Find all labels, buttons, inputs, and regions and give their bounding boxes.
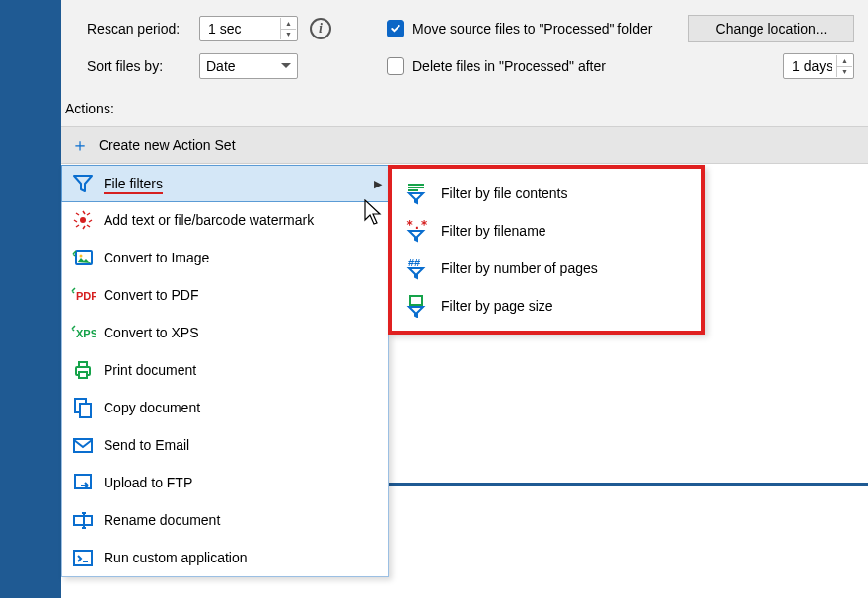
actions-heading: Actions: <box>61 101 114 116</box>
menu-item-watermark[interactable]: Add text or file/barcode watermark <box>62 201 388 239</box>
svg-text:##: ## <box>408 257 420 268</box>
menu-label: Rename document <box>104 512 388 528</box>
svg-text:XPS: XPS <box>76 328 96 339</box>
left-sidebar <box>0 0 61 598</box>
svg-rect-7 <box>79 372 87 378</box>
svg-rect-9 <box>80 404 91 417</box>
move-label: Move source files to "Processed" folder <box>412 21 652 37</box>
delete-label: Delete files in "Processed" after <box>412 58 606 74</box>
menu-item-custom-app[interactable]: Run custom application <box>62 539 388 576</box>
menu-label: Filter by file contents <box>441 186 701 201</box>
image-icon <box>62 246 104 269</box>
email-icon <box>62 433 104 457</box>
menu-item-convert-image[interactable]: Convert to Image <box>62 239 388 276</box>
sort-combo[interactable]: Date <box>199 53 298 79</box>
file-filters-submenu: Filter by file contents *.* Filter by fi… <box>388 165 705 335</box>
svg-rect-6 <box>79 362 87 367</box>
watermark-icon <box>62 208 104 232</box>
svg-point-0 <box>80 217 86 223</box>
menu-label: Send to Email <box>104 437 388 453</box>
filter-filename-icon: *.* <box>392 219 441 243</box>
spinner-down-icon[interactable]: ▼ <box>837 67 852 78</box>
upload-icon <box>62 471 104 494</box>
menu-item-print[interactable]: Print document <box>62 351 388 389</box>
svg-text:PDF: PDF <box>76 290 96 302</box>
pdf-icon: PDF <box>62 285 104 305</box>
menu-item-email[interactable]: Send to Email <box>62 426 388 464</box>
menu-label: Convert to PDF <box>104 287 388 303</box>
submenu-arrow-icon: ▶ <box>368 178 388 190</box>
menu-item-convert-xps[interactable]: XPS Convert to XPS <box>62 314 388 351</box>
menu-label: Print document <box>104 362 388 378</box>
chevron-down-icon <box>281 63 291 69</box>
submenu-item-contents[interactable]: Filter by file contents <box>392 175 701 212</box>
menu-item-rename[interactable]: Rename document <box>62 501 388 539</box>
info-icon[interactable]: i <box>310 18 331 39</box>
spinner-up-icon[interactable]: ▲ <box>837 55 852 67</box>
menu-label: Filter by number of pages <box>441 261 701 276</box>
menu-label: Add text or file/barcode watermark <box>104 212 388 228</box>
settings-panel: Rescan period: ▲ ▼ i Move source files t… <box>61 0 868 127</box>
svg-point-2 <box>80 255 83 258</box>
filter-size-icon <box>392 294 441 318</box>
menu-item-file-filters[interactable]: File filters ▶ <box>61 165 389 202</box>
rescan-label: Rescan period: <box>87 21 191 37</box>
menu-item-copy[interactable]: Copy document <box>62 389 388 426</box>
move-checkbox[interactable] <box>387 20 404 37</box>
terminal-icon <box>62 546 104 569</box>
sort-value: Date <box>206 58 236 74</box>
rescan-spinner[interactable]: ▲ ▼ <box>199 16 298 41</box>
spinner-buttons[interactable]: ▲ ▼ <box>280 18 296 39</box>
menu-label: Convert to XPS <box>104 325 388 340</box>
sort-label: Sort files by: <box>87 58 191 74</box>
spinner-down-icon[interactable]: ▼ <box>281 30 296 40</box>
submenu-item-pages[interactable]: ## Filter by number of pages <box>392 250 701 287</box>
filter-contents-icon <box>392 182 441 205</box>
days-spinner-buttons[interactable]: ▲ ▼ <box>836 55 852 77</box>
menu-label: Copy document <box>104 400 388 415</box>
create-action-set-button[interactable]: Create new Action Set <box>99 137 236 153</box>
filter-icon <box>62 172 104 195</box>
plus-icon[interactable]: ＋ <box>71 136 89 154</box>
svg-rect-16 <box>410 296 422 305</box>
menu-label: Upload to FTP <box>104 475 388 490</box>
actions-menu: File filters ▶ Add text or file/barcode … <box>61 165 389 577</box>
delete-checkbox[interactable] <box>387 57 404 75</box>
svg-rect-13 <box>74 551 92 565</box>
copy-icon <box>62 396 104 419</box>
menu-item-convert-pdf[interactable]: PDF Convert to PDF <box>62 276 388 314</box>
days-input[interactable] <box>790 57 833 75</box>
submenu-item-page-size[interactable]: Filter by page size <box>392 287 701 325</box>
menu-label: File filters <box>104 176 368 191</box>
menu-label: Filter by filename <box>441 223 701 239</box>
menu-label: Filter by page size <box>441 298 701 314</box>
change-location-button[interactable]: Change location... <box>688 15 854 42</box>
xps-icon: XPS <box>62 323 104 342</box>
menu-item-ftp[interactable]: Upload to FTP <box>62 464 388 501</box>
actions-toolbar: ＋ Create new Action Set <box>61 127 868 164</box>
menu-label: Run custom application <box>104 550 388 565</box>
rescan-input[interactable] <box>206 20 275 37</box>
rename-icon <box>62 508 104 532</box>
submenu-item-filename[interactable]: *.* Filter by filename <box>392 212 701 250</box>
filter-pages-icon: ## <box>392 257 441 280</box>
days-spinner[interactable]: ▲ ▼ <box>783 53 854 79</box>
spinner-up-icon[interactable]: ▲ <box>281 18 296 30</box>
bottom-divider <box>389 483 868 486</box>
print-icon <box>62 358 104 382</box>
menu-label: Convert to Image <box>104 250 388 265</box>
